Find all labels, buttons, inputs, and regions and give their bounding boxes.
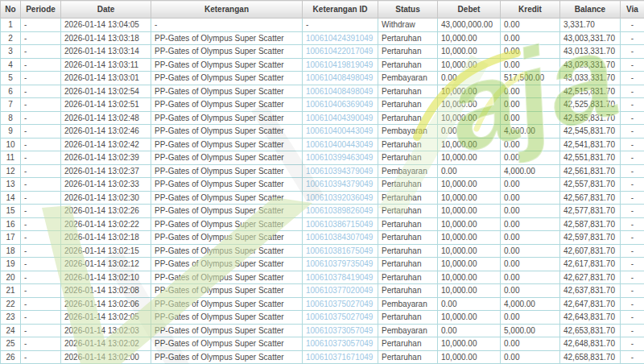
cell-balance: 42,525,831.70: [560, 98, 621, 112]
cell-debet: 10,000.00: [438, 205, 501, 218]
cell-keterangan-id[interactable]: 100610422017049: [303, 45, 378, 59]
cell-keterangan: PP-Gates of Olympus Super Scatter: [151, 178, 303, 192]
column-header-kredit: Kredit: [501, 1, 560, 19]
cell-keterangan-id[interactable]: 100610419819049: [303, 58, 378, 72]
cell-keterangan-id[interactable]: 100610378419049: [303, 271, 378, 284]
cell-no: 11: [1, 151, 21, 165]
cell-date: 2026-01-14 13:02:22: [61, 217, 151, 231]
cell-via: -: [621, 205, 644, 218]
cell-periode: -: [21, 271, 61, 284]
cell-kredit: 0.00: [501, 311, 560, 325]
cell-via: -: [621, 19, 644, 32]
cell-kredit: 0.00: [501, 58, 560, 72]
cell-debet: 10,000.00: [438, 350, 501, 364]
cell-via: -: [621, 258, 644, 271]
table-row: 23-2026-01-14 13:02:05PP-Gates of Olympu…: [1, 311, 644, 325]
cell-keterangan: PP-Gates of Olympus Super Scatter: [151, 258, 303, 271]
cell-keterangan: PP-Gates of Olympus Super Scatter: [151, 45, 303, 59]
cell-status: Pertaruhan: [378, 217, 438, 231]
cell-kredit: 0.00: [501, 191, 560, 205]
cell-status: Pembayaran: [378, 297, 438, 311]
cell-balance: 42,643,831.70: [560, 311, 621, 325]
cell-no: 1: [1, 19, 21, 32]
cell-date: 2026-01-14 13:02:02: [61, 337, 151, 351]
cell-balance: 42,541,831.70: [560, 138, 621, 151]
table-row: 26-2026-01-14 13:02:00PP-Gates of Olympu…: [1, 350, 644, 364]
cell-status: Pertaruhan: [378, 45, 438, 59]
cell-keterangan-id[interactable]: 100610400443049: [303, 138, 378, 151]
cell-periode: -: [21, 138, 61, 151]
cell-debet: 10,000.00: [438, 58, 501, 72]
table-row: 15-2026-01-14 13:02:26PP-Gates of Olympu…: [1, 205, 644, 218]
cell-periode: -: [21, 205, 61, 218]
cell-keterangan-id[interactable]: 100610373057049: [303, 337, 378, 351]
cell-date: 2026-01-14 13:02:30: [61, 191, 151, 205]
cell-periode: -: [21, 19, 61, 32]
column-header-keterangan-id: Keterangan ID: [303, 1, 378, 19]
table-header-row: No Periode Date Keterangan Keterangan ID…: [1, 1, 644, 19]
cell-keterangan: PP-Gates of Olympus Super Scatter: [151, 111, 303, 125]
cell-keterangan-id[interactable]: 100610399463049: [303, 151, 378, 165]
cell-via: -: [621, 178, 644, 192]
cell-debet: 10,000.00: [438, 217, 501, 231]
cell-keterangan-id[interactable]: 100610424391049: [303, 31, 378, 45]
cell-no: 23: [1, 311, 21, 325]
cell-keterangan-id[interactable]: 100610408498049: [303, 85, 378, 98]
column-header-periode: Periode: [21, 1, 61, 19]
cell-no: 19: [1, 258, 21, 271]
cell-status: Pertaruhan: [378, 337, 438, 351]
cell-status: Pembayaran: [378, 72, 438, 85]
cell-periode: -: [21, 350, 61, 364]
cell-keterangan-id[interactable]: 100610379735049: [303, 258, 378, 271]
cell-keterangan-id[interactable]: 100610394379049: [303, 164, 378, 178]
cell-keterangan-id[interactable]: 100610386715049: [303, 217, 378, 231]
cell-via: -: [621, 45, 644, 59]
cell-balance: 43,003,331.70: [560, 31, 621, 45]
cell-no: 16: [1, 217, 21, 231]
table-row: 3-2026-01-14 13:03:14PP-Gates of Olympus…: [1, 45, 644, 59]
cell-balance: 42,648,831.70: [560, 337, 621, 351]
cell-periode: -: [21, 217, 61, 231]
cell-status: Pertaruhan: [378, 350, 438, 364]
cell-keterangan-id[interactable]: 100610394379049: [303, 178, 378, 192]
cell-keterangan: PP-Gates of Olympus Super Scatter: [151, 72, 303, 85]
cell-date: 2026-01-14 13:03:18: [61, 31, 151, 45]
cell-balance: 42,535,831.70: [560, 111, 621, 125]
cell-keterangan-id[interactable]: 100610377020049: [303, 284, 378, 298]
cell-via: -: [621, 337, 644, 351]
cell-keterangan: -: [151, 19, 303, 32]
cell-no: 22: [1, 297, 21, 311]
cell-status: Pembayaran: [378, 324, 438, 337]
cell-keterangan-id[interactable]: 100610384307049: [303, 231, 378, 245]
cell-date: 2026-01-14 13:02:37: [61, 164, 151, 178]
cell-kredit: 4,000.00: [501, 125, 560, 139]
table-row: 19-2026-01-14 13:02:12PP-Gates of Olympu…: [1, 258, 644, 271]
cell-periode: -: [21, 324, 61, 337]
cell-via: -: [621, 31, 644, 45]
cell-keterangan-id[interactable]: 100610404390049: [303, 111, 378, 125]
cell-keterangan-id[interactable]: 100610392036049: [303, 191, 378, 205]
cell-keterangan-id[interactable]: 100610381675049: [303, 244, 378, 258]
cell-keterangan-id[interactable]: 100610375027049: [303, 311, 378, 325]
cell-keterangan-id[interactable]: 100610400443049: [303, 125, 378, 139]
cell-keterangan-id[interactable]: 100610408498049: [303, 72, 378, 85]
cell-keterangan: PP-Gates of Olympus Super Scatter: [151, 217, 303, 231]
cell-keterangan-id[interactable]: 100610389826049: [303, 205, 378, 218]
cell-keterangan-id[interactable]: 100610375027049: [303, 297, 378, 311]
cell-kredit: 0.00: [501, 178, 560, 192]
cell-keterangan-id[interactable]: 100610371671049: [303, 350, 378, 364]
cell-periode: -: [21, 231, 61, 245]
cell-debet: 10,000.00: [438, 337, 501, 351]
cell-periode: -: [21, 58, 61, 72]
cell-via: -: [621, 85, 644, 98]
cell-status: Pertaruhan: [378, 58, 438, 72]
cell-debet: 0.00: [438, 324, 501, 337]
cell-debet: 10,000.00: [438, 271, 501, 284]
cell-status: Pertaruhan: [378, 191, 438, 205]
cell-no: 15: [1, 205, 21, 218]
table-row: 22-2026-01-14 13:02:06PP-Gates of Olympu…: [1, 297, 644, 311]
cell-date: 2026-01-14 13:02:12: [61, 258, 151, 271]
cell-keterangan-id[interactable]: 100610406369049: [303, 98, 378, 112]
cell-keterangan-id[interactable]: 100610373057049: [303, 324, 378, 337]
cell-via: -: [621, 151, 644, 165]
